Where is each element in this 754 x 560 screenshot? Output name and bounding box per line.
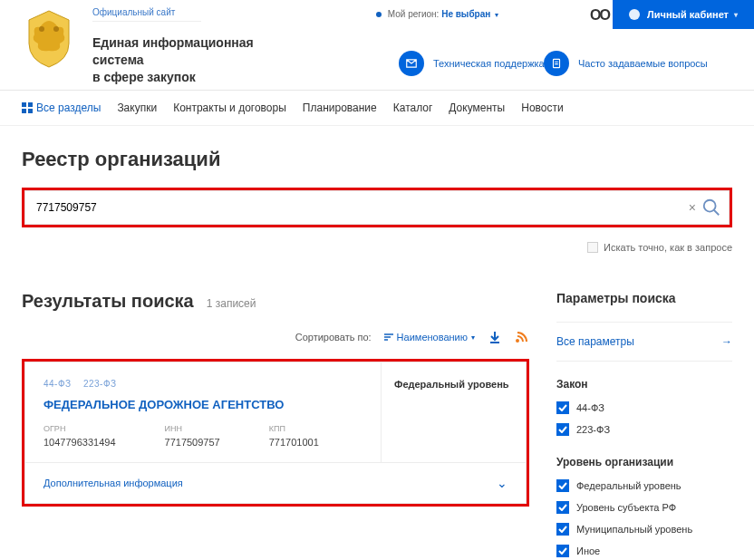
pin-icon: [376, 12, 382, 17]
region-selector[interactable]: Мой регион: Не выбран ▾: [376, 9, 498, 19]
svg-rect-3: [22, 102, 26, 107]
nav-item[interactable]: Документы: [449, 101, 505, 114]
nav-item[interactable]: Новости: [521, 101, 563, 114]
mail-icon: [399, 51, 424, 76]
checkbox-level[interactable]: Федеральный уровень: [556, 479, 732, 492]
svg-rect-6: [28, 109, 33, 113]
results-title: Результаты поиска: [22, 291, 194, 312]
arrow-right-icon: →: [721, 335, 732, 348]
svg-rect-5: [22, 109, 26, 113]
svg-point-1: [53, 26, 59, 32]
filter-level: Уровень организации Федеральный уровень …: [556, 456, 732, 557]
filters-title: Параметры поиска: [556, 291, 732, 305]
results-area: Результаты поиска 1 записей Сортировать …: [22, 291, 732, 560]
nav-item[interactable]: Контракты и договоры: [173, 101, 286, 114]
more-info-link[interactable]: Дополнительная информация: [44, 478, 183, 488]
site-title: Единая информационная система в сфере за…: [92, 34, 292, 86]
checkbox-icon: [587, 242, 598, 253]
all-parameters-link[interactable]: Все параметры →: [556, 322, 732, 362]
checkbox-law-223[interactable]: 223-ФЗ: [556, 423, 732, 436]
header-text-col: Официальный сайт Единая информационная с…: [92, 7, 292, 86]
card-expand[interactable]: Дополнительная информация ⌄: [25, 462, 526, 503]
search-icon[interactable]: [701, 198, 721, 217]
svg-point-7: [704, 200, 716, 212]
checkbox-level[interactable]: Муниципальный уровень: [556, 523, 732, 536]
main-nav: Все разделы Закупки Контракты и договоры…: [0, 91, 754, 126]
clear-icon[interactable]: ×: [683, 200, 701, 215]
law-tags: 44-ФЗ 223-ФЗ: [44, 379, 362, 389]
svg-rect-4: [28, 102, 33, 107]
official-site-label[interactable]: Официальный сайт: [92, 7, 201, 22]
results-header: Результаты поиска 1 записей: [22, 291, 529, 312]
download-icon[interactable]: [488, 330, 502, 344]
checkbox-level[interactable]: Уровень субъекта РФ: [556, 501, 732, 514]
sort-selector[interactable]: Наименованию ▾: [384, 332, 475, 343]
page-body: Реестр организаций × Искать точно, как в…: [0, 126, 754, 560]
topbar: Официальный сайт Единая информационная с…: [0, 0, 754, 91]
filter-law: Закон 44-ФЗ 223-ФЗ: [556, 378, 732, 436]
chevron-down-icon: ⌄: [497, 476, 508, 490]
accessibility-toggle[interactable]: OO: [590, 7, 609, 24]
sort-icon: [384, 333, 393, 341]
org-name-link[interactable]: ФЕДЕРАЛЬНОЕ ДОРОЖНОЕ АГЕНТСТВО: [44, 398, 362, 411]
sort-label: Сортировать по:: [295, 332, 372, 343]
exact-search-checkbox[interactable]: Искать точно, как в запросе: [22, 242, 732, 253]
nav-all-sections[interactable]: Все разделы: [22, 101, 101, 114]
chevron-down-icon: ▾: [734, 11, 738, 19]
search-field-wrap: ×: [24, 190, 730, 225]
nav-item[interactable]: Каталог: [393, 101, 433, 114]
org-props: ОГРН1047796331494 ИНН7717509757 КПП77170…: [44, 424, 362, 448]
page-title: Реестр организаций: [22, 148, 732, 171]
results-left: Результаты поиска 1 записей Сортировать …: [22, 291, 529, 560]
user-icon: [629, 9, 640, 20]
result-highlight: 44-ФЗ 223-ФЗ ФЕДЕРАЛЬНОЕ ДОРОЖНОЕ АГЕНТС…: [22, 359, 529, 507]
nav-item[interactable]: Планирование: [303, 101, 377, 114]
svg-point-0: [39, 26, 44, 32]
result-card: 44-ФЗ 223-ФЗ ФЕДЕРАЛЬНОЕ ДОРОЖНОЕ АГЕНТС…: [24, 362, 527, 504]
chevron-down-icon: ▾: [471, 333, 475, 342]
faq-link[interactable]: Часто задаваемые вопросы: [544, 51, 708, 76]
sort-bar: Сортировать по: Наименованию ▾: [22, 330, 529, 344]
checkbox-law-44[interactable]: 44-ФЗ: [556, 401, 732, 414]
grid-icon: [22, 102, 33, 113]
tech-support-link[interactable]: Техническая поддержка: [399, 51, 545, 76]
results-count: 1 записей: [207, 297, 256, 310]
state-emblem: [22, 7, 76, 69]
search-input[interactable]: [25, 192, 683, 223]
card-level: Федеральный уровень: [381, 362, 526, 462]
personal-cabinet-button[interactable]: Личный кабинет ▾: [613, 0, 754, 29]
document-icon: [544, 51, 569, 76]
rss-icon[interactable]: [515, 330, 529, 344]
chevron-down-icon: ▾: [495, 11, 498, 19]
checkbox-level[interactable]: Иное: [556, 545, 732, 557]
search-highlight: ×: [22, 188, 732, 227]
filters-panel: Параметры поиска Все параметры → Закон 4…: [556, 291, 732, 560]
nav-item[interactable]: Закупки: [117, 101, 157, 114]
